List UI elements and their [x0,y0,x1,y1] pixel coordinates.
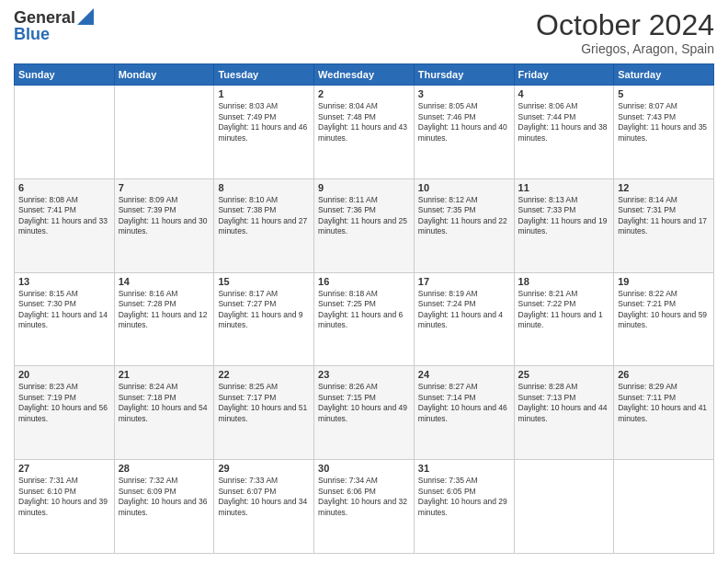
sunset-text: Sunset: 7:15 PM [318,393,410,403]
daylight-text: Daylight: 11 hours and 17 minutes. [618,216,710,237]
sunset-text: Sunset: 7:22 PM [518,299,610,309]
day-info: Sunrise: 8:21 AMSunset: 7:22 PMDaylight:… [518,289,610,331]
calendar-cell: 13Sunrise: 8:15 AMSunset: 7:30 PMDayligh… [15,272,115,366]
sunrise-text: Sunrise: 7:32 AM [119,476,210,486]
day-number: 20 [18,369,110,380]
sunset-text: Sunset: 7:35 PM [418,205,510,215]
sunrise-text: Sunrise: 7:35 AM [418,476,510,486]
week-row-3: 13Sunrise: 8:15 AMSunset: 7:30 PMDayligh… [15,272,714,366]
weekday-header-thursday: Thursday [414,64,514,86]
daylight-text: Daylight: 11 hours and 43 minutes. [318,122,410,144]
day-number: 2 [318,88,410,99]
calendar-cell: 22Sunrise: 8:25 AMSunset: 7:17 PMDayligh… [214,366,314,460]
sunrise-text: Sunrise: 8:09 AM [119,195,210,205]
sunset-text: Sunset: 7:41 PM [18,205,110,215]
sunset-text: Sunset: 6:05 PM [418,487,510,497]
calendar-cell [114,86,214,179]
week-row-1: 1Sunrise: 8:03 AMSunset: 7:49 PMDaylight… [15,86,714,179]
day-number: 25 [518,369,610,380]
sunset-text: Sunset: 7:25 PM [318,299,410,309]
sunset-text: Sunset: 7:24 PM [418,299,510,309]
calendar-cell: 19Sunrise: 8:22 AMSunset: 7:21 PMDayligh… [614,272,714,366]
day-info: Sunrise: 8:07 AMSunset: 7:43 PMDaylight:… [618,101,710,144]
sunrise-text: Sunrise: 8:06 AM [518,101,610,111]
calendar-cell: 12Sunrise: 8:14 AMSunset: 7:31 PMDayligh… [614,178,714,272]
sunset-text: Sunset: 7:43 PM [618,112,710,122]
calendar-cell [15,86,115,179]
daylight-text: Daylight: 10 hours and 56 minutes. [18,403,110,424]
day-number: 27 [18,463,110,474]
day-info: Sunrise: 8:16 AMSunset: 7:28 PMDaylight:… [119,289,210,331]
calendar-cell: 6Sunrise: 8:08 AMSunset: 7:41 PMDaylight… [15,178,115,272]
day-info: Sunrise: 8:10 AMSunset: 7:38 PMDaylight:… [218,195,310,237]
calendar-table: SundayMondayTuesdayWednesdayThursdayFrid… [14,63,714,554]
sunset-text: Sunset: 7:14 PM [418,393,510,403]
sunrise-text: Sunrise: 8:13 AM [518,195,610,205]
day-info: Sunrise: 8:09 AMSunset: 7:39 PMDaylight:… [119,195,210,237]
calendar-cell: 9Sunrise: 8:11 AMSunset: 7:36 PMDaylight… [314,178,415,272]
calendar-cell: 30Sunrise: 7:34 AMSunset: 6:06 PMDayligh… [314,460,415,554]
sunrise-text: Sunrise: 8:03 AM [218,101,310,111]
daylight-text: Daylight: 10 hours and 32 minutes. [318,497,410,518]
day-info: Sunrise: 8:08 AMSunset: 7:41 PMDaylight:… [18,195,110,237]
sunset-text: Sunset: 7:49 PM [218,112,310,122]
calendar-cell: 17Sunrise: 8:19 AMSunset: 7:24 PMDayligh… [414,272,514,366]
sunrise-text: Sunrise: 7:31 AM [18,476,110,486]
sunset-text: Sunset: 7:30 PM [18,299,110,309]
day-info: Sunrise: 8:11 AMSunset: 7:36 PMDaylight:… [318,195,410,237]
sunrise-text: Sunrise: 8:07 AM [618,101,710,111]
sunrise-text: Sunrise: 8:12 AM [418,195,510,205]
daylight-text: Daylight: 11 hours and 33 minutes. [18,216,110,237]
weekday-header-wednesday: Wednesday [314,64,415,86]
daylight-text: Daylight: 11 hours and 4 minutes. [418,310,510,331]
weekday-header-friday: Friday [514,64,614,86]
weekday-header-tuesday: Tuesday [214,64,314,86]
week-row-4: 20Sunrise: 8:23 AMSunset: 7:19 PMDayligh… [15,366,714,460]
calendar-cell: 28Sunrise: 7:32 AMSunset: 6:09 PMDayligh… [114,460,214,554]
day-number: 5 [618,88,710,99]
sunset-text: Sunset: 7:46 PM [418,112,510,122]
sunset-text: Sunset: 7:21 PM [618,299,710,309]
sunrise-text: Sunrise: 8:29 AM [618,382,710,392]
sunset-text: Sunset: 7:28 PM [119,299,210,309]
daylight-text: Daylight: 10 hours and 59 minutes. [618,310,710,331]
sunrise-text: Sunrise: 8:15 AM [18,289,110,299]
day-number: 18 [518,276,610,287]
calendar-page: General Blue October 2024 Griegos, Arago… [0,0,728,563]
calendar-cell: 11Sunrise: 8:13 AMSunset: 7:33 PMDayligh… [514,178,614,272]
daylight-text: Daylight: 10 hours and 54 minutes. [119,403,210,424]
header: General Blue October 2024 Griegos, Arago… [14,9,714,56]
calendar-cell: 14Sunrise: 8:16 AMSunset: 7:28 PMDayligh… [114,272,214,366]
daylight-text: Daylight: 11 hours and 46 minutes. [218,122,310,144]
calendar-cell: 10Sunrise: 8:12 AMSunset: 7:35 PMDayligh… [414,178,514,272]
daylight-text: Daylight: 10 hours and 51 minutes. [218,403,310,424]
day-number: 21 [119,369,210,380]
day-info: Sunrise: 8:18 AMSunset: 7:25 PMDaylight:… [318,289,410,331]
calendar-cell: 21Sunrise: 8:24 AMSunset: 7:18 PMDayligh… [114,366,214,460]
day-number: 19 [618,276,710,287]
calendar-cell: 1Sunrise: 8:03 AMSunset: 7:49 PMDaylight… [214,86,314,179]
sunset-text: Sunset: 6:10 PM [18,487,110,497]
calendar-cell [514,460,614,554]
daylight-text: Daylight: 11 hours and 38 minutes. [518,122,610,144]
day-info: Sunrise: 8:05 AMSunset: 7:46 PMDaylight:… [418,101,510,144]
day-number: 1 [218,88,310,99]
logo-general-text: General [14,9,75,26]
sunrise-text: Sunrise: 8:08 AM [18,195,110,205]
sunrise-text: Sunrise: 8:05 AM [418,101,510,111]
day-number: 6 [18,182,110,193]
sunset-text: Sunset: 7:36 PM [318,205,410,215]
daylight-text: Daylight: 11 hours and 9 minutes. [218,310,310,331]
daylight-text: Daylight: 11 hours and 12 minutes. [119,310,210,331]
day-number: 23 [318,369,410,380]
day-info: Sunrise: 8:19 AMSunset: 7:24 PMDaylight:… [418,289,510,331]
day-number: 22 [218,369,310,380]
sunset-text: Sunset: 6:07 PM [218,487,310,497]
day-number: 31 [418,463,510,474]
calendar-cell: 31Sunrise: 7:35 AMSunset: 6:05 PMDayligh… [414,460,514,554]
day-number: 14 [119,276,210,287]
title-section: October 2024 Griegos, Aragon, Spain [536,9,714,56]
calendar-cell: 27Sunrise: 7:31 AMSunset: 6:10 PMDayligh… [15,460,115,554]
day-info: Sunrise: 8:26 AMSunset: 7:15 PMDaylight:… [318,382,410,424]
sunrise-text: Sunrise: 8:11 AM [318,195,410,205]
